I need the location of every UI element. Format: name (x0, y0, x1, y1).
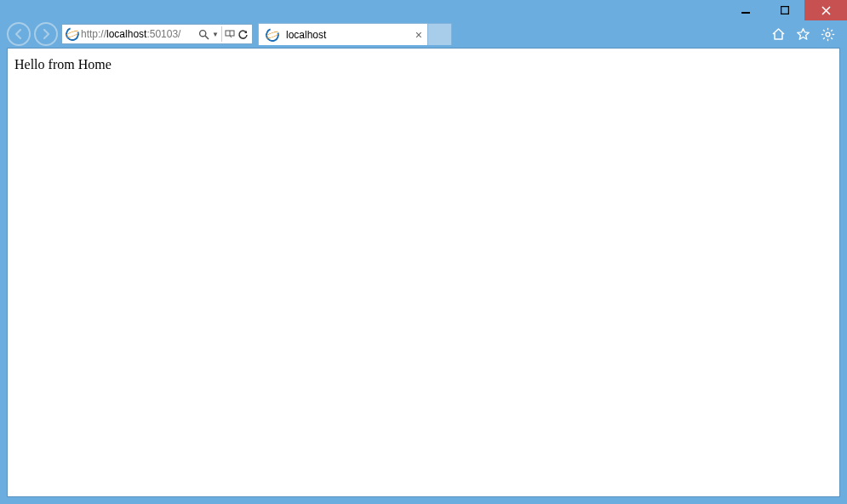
svg-rect-1 (781, 7, 789, 14)
tab-close-icon[interactable]: × (415, 29, 422, 41)
svg-rect-0 (741, 12, 750, 14)
svg-line-3 (205, 36, 209, 39)
tab-strip: localhost × (258, 23, 768, 45)
home-icon[interactable] (771, 27, 786, 42)
refresh-icon[interactable] (238, 29, 249, 40)
forward-button[interactable] (34, 22, 58, 46)
separator (221, 26, 222, 42)
tab-localhost[interactable]: localhost × (258, 23, 428, 45)
url-host: localhost (106, 28, 146, 40)
search-icon[interactable] (198, 29, 209, 40)
svg-line-10 (823, 30, 825, 32)
maximize-button[interactable] (765, 0, 804, 20)
svg-line-12 (823, 37, 825, 39)
svg-point-2 (200, 30, 206, 36)
ie-icon (66, 27, 79, 41)
address-controls: ▼ (198, 26, 250, 42)
new-tab-button[interactable] (428, 23, 452, 45)
svg-line-11 (831, 37, 833, 39)
page-content: Hello from Home (7, 48, 840, 497)
close-button[interactable] (804, 0, 847, 20)
page-body-text: Hello from Home (14, 57, 112, 72)
svg-line-13 (831, 30, 833, 32)
address-bar[interactable]: http://localhost:50103/ ▼ (61, 24, 253, 44)
gear-icon[interactable] (821, 27, 835, 42)
ie-icon (266, 28, 279, 42)
compat-view-icon[interactable] (225, 29, 235, 39)
url-text: http://localhost:50103/ (81, 28, 198, 40)
favorites-icon[interactable] (796, 27, 810, 42)
tools-icons (771, 27, 840, 42)
back-button[interactable] (7, 22, 31, 46)
tab-title: localhost (286, 29, 410, 41)
minimize-button[interactable] (726, 0, 765, 20)
url-port: :50103/ (146, 28, 180, 40)
nav-toolbar: http://localhost:50103/ ▼ localhost × (0, 20, 847, 48)
url-prefix: http:// (81, 28, 106, 40)
search-dropdown-icon[interactable]: ▼ (212, 31, 219, 38)
svg-point-5 (826, 32, 830, 37)
window-titlebar (0, 0, 847, 20)
